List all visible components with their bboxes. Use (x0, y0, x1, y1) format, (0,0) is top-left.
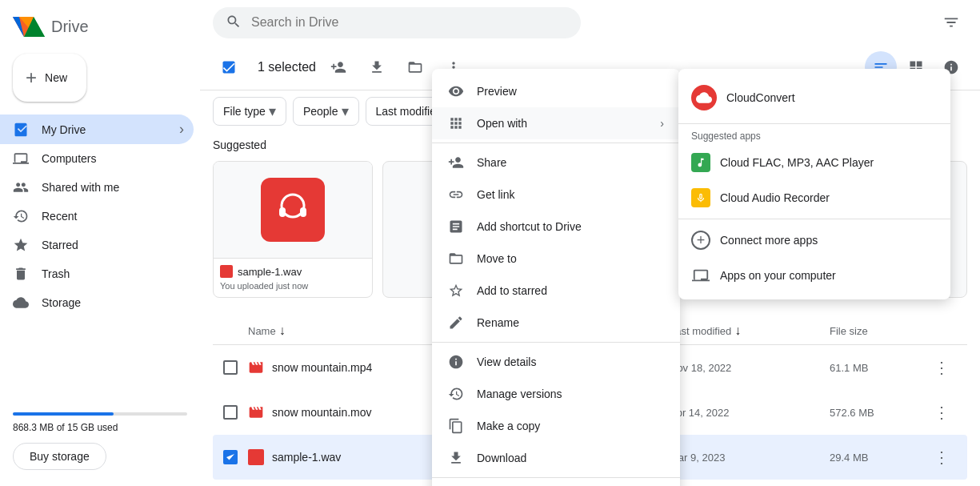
storage-bar-fill (13, 412, 114, 416)
menu-item-manage-versions[interactable]: Manage versions (432, 378, 680, 410)
size-cell-snow-mp4: 61.1 MB (830, 362, 926, 374)
open-with-submenu: CloudConvert Suggested apps Cloud FLAC, … (678, 69, 950, 299)
new-button[interactable]: + New (13, 54, 86, 102)
menu-item-rename[interactable]: Rename (432, 307, 680, 339)
menu-item-add-shortcut[interactable]: Add shortcut to Drive (432, 211, 680, 243)
column-header-modified[interactable]: Last modified ↓ (670, 323, 830, 338)
sidebar-item-shared-with-me[interactable]: Shared with me (0, 173, 194, 202)
actions-cell-snow-mov[interactable]: ⋮ (926, 396, 958, 428)
menu-divider-3 (432, 477, 680, 478)
row-checkbox-sample-wav[interactable] (222, 449, 238, 465)
sidebar: Drive + New My Drive › Computers (0, 0, 200, 486)
submenu-item-cloud-audio[interactable]: Cloud Audio Recorder (678, 180, 950, 215)
share-button[interactable] (322, 51, 354, 83)
move-button[interactable] (399, 51, 431, 83)
menu-item-share[interactable]: Share (432, 147, 680, 179)
file-card-date: You uploaded just now (220, 281, 366, 291)
submenu-divider-1 (678, 123, 950, 124)
menu-divider-2 (432, 342, 680, 343)
menu-item-open-with[interactable]: Open with › (432, 107, 680, 139)
wav-row-icon (248, 449, 264, 465)
selected-count-label: 1 selected (258, 60, 316, 74)
menu-item-get-link[interactable]: Get link (432, 179, 680, 211)
buy-storage-button[interactable]: Buy storage (13, 443, 106, 470)
menu-divider-1 (432, 143, 680, 143)
menu-item-preview[interactable]: Preview (432, 75, 680, 107)
cloud-audio-label: Cloud Audio Recorder (720, 191, 830, 204)
storage-icon (13, 295, 29, 311)
submenu-connect-apps[interactable]: + Connect more apps (678, 223, 950, 258)
row-more-button-snow-mp4[interactable]: ⋮ (926, 351, 958, 384)
row-more-button-sample-wav[interactable]: ⋮ (926, 441, 958, 473)
filter-chip-label-file-type: File type (223, 105, 266, 118)
sidebar-item-storage[interactable]: Storage (0, 288, 194, 317)
menu-item-label-share: Share (477, 156, 506, 169)
star-add-icon (448, 283, 464, 299)
file-card-name: sample-1.wav (220, 265, 366, 278)
menu-item-make-copy[interactable]: Make a copy (432, 410, 680, 442)
menu-item-label-move-to: Move to (477, 252, 517, 265)
sidebar-item-computers[interactable]: Computers (0, 144, 194, 173)
modified-cell-sample-wav: Mar 9, 2023 (670, 452, 830, 464)
modified-cell-snow-mp4: Nov 18, 2022 (670, 362, 830, 374)
chevron-down-icon-file-type: ▾ (269, 102, 276, 120)
menu-item-view-details[interactable]: View details (432, 346, 680, 378)
actions-cell-sample-wav[interactable]: ⋮ (926, 441, 958, 473)
toolbar-left: 1 selected (213, 51, 470, 83)
plus-icon: + (26, 66, 37, 89)
chevron-down-icon-people: ▾ (342, 102, 349, 120)
row-checkbox-snow-mov[interactable] (222, 404, 238, 420)
menu-item-label-open-with: Open with (477, 117, 527, 130)
filter-options-button[interactable] (935, 6, 967, 38)
sidebar-item-my-drive[interactable]: My Drive › (0, 114, 194, 144)
submenu-divider-2 (678, 219, 950, 219)
sidebar-item-label-storage: Storage (42, 296, 184, 309)
shared-with-me-icon (13, 179, 29, 195)
search-bar[interactable] (213, 7, 581, 38)
menu-item-label-add-starred: Add to starred (477, 284, 547, 297)
search-input[interactable] (251, 15, 568, 30)
starred-icon (13, 237, 29, 253)
computers-icon (13, 151, 29, 167)
menu-item-download[interactable]: Download (432, 442, 680, 474)
unchecked-checkbox-icon (223, 405, 238, 420)
download-toolbar-button[interactable] (361, 51, 393, 83)
connect-plus-icon: + (691, 231, 710, 250)
sidebar-item-trash[interactable]: Trash (0, 259, 194, 288)
filter-chip-file-type[interactable]: File type ▾ (213, 97, 286, 126)
eye-icon (448, 83, 464, 99)
file-card-preview (214, 162, 372, 258)
connect-apps-label: Connect more apps (720, 234, 818, 247)
size-cell-snow-mov: 572.6 MB (830, 407, 926, 419)
cloudconvert-label: CloudConvert (726, 91, 795, 104)
filter-chip-people[interactable]: People ▾ (293, 97, 359, 126)
submenu-item-cloudconvert[interactable]: CloudConvert (678, 75, 950, 120)
svg-rect-9 (279, 207, 286, 217)
sidebar-item-recent[interactable]: Recent (0, 202, 194, 231)
cloud-flac-label: Cloud FLAC, MP3, AAC Player (720, 156, 874, 169)
recent-icon (13, 208, 29, 224)
size-cell-sample-wav: 29.4 MB (830, 452, 926, 464)
suggested-file-card-sample-wav[interactable]: sample-1.wav You uploaded just now (213, 161, 373, 298)
file-name-text-snow-mp4: snow mountain.mp4 (272, 361, 372, 374)
sidebar-item-starred[interactable]: Starred (0, 231, 194, 259)
drive-logo-icon (13, 13, 45, 41)
menu-item-move-to[interactable]: Move to (432, 243, 680, 275)
menu-item-label-preview: Preview (477, 85, 517, 98)
sort-arrow-icon: ↓ (279, 323, 286, 338)
actions-cell-snow-mp4[interactable]: ⋮ (926, 351, 958, 384)
wav-preview-icon (261, 178, 325, 242)
svg-rect-10 (300, 207, 306, 217)
expand-icon: › (179, 121, 184, 138)
toolbar-checkbox-button[interactable] (213, 51, 245, 83)
cloud-audio-icon (691, 188, 710, 207)
menu-item-remove[interactable]: Remove (432, 481, 680, 486)
row-more-button-snow-mov[interactable]: ⋮ (926, 396, 958, 428)
file-card-info: sample-1.wav You uploaded just now (214, 258, 372, 297)
submenu-item-cloud-flac[interactable]: Cloud FLAC, MP3, AAC Player (678, 145, 950, 180)
submenu-computer-apps[interactable]: Apps on your computer (678, 258, 950, 293)
row-checkbox-snow-mp4[interactable] (222, 359, 238, 376)
trash-icon (13, 266, 29, 282)
menu-item-add-starred[interactable]: Add to starred (432, 275, 680, 307)
new-button-label: New (45, 71, 67, 84)
